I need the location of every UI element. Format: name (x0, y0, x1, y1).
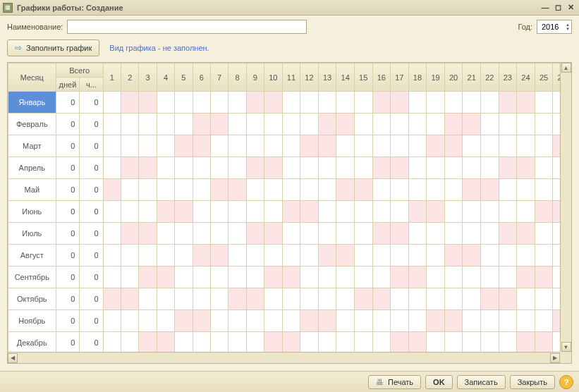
ok-button[interactable]: OK (425, 375, 453, 389)
help-button[interactable]: ? (559, 375, 573, 389)
day-cell[interactable] (246, 179, 264, 201)
day-cell[interactable] (264, 245, 283, 267)
day-cell[interactable] (444, 267, 463, 288)
day-cell[interactable] (175, 135, 193, 157)
day-cell[interactable] (535, 92, 553, 114)
table-row[interactable]: Август00 (8, 245, 571, 267)
day-cell[interactable] (427, 92, 445, 114)
day-cell[interactable] (228, 201, 246, 223)
day-cell[interactable] (193, 223, 210, 245)
day-cell[interactable] (264, 288, 283, 310)
day-cell[interactable] (210, 223, 228, 245)
day-cell[interactable] (139, 310, 157, 332)
day-cell[interactable] (480, 288, 499, 310)
day-cell[interactable] (193, 310, 210, 332)
day-cell[interactable] (408, 223, 427, 245)
day-cell[interactable] (336, 288, 355, 310)
day-cell[interactable] (391, 92, 409, 114)
day-cell[interactable] (139, 201, 157, 223)
day-cell[interactable] (246, 114, 264, 135)
day-cell[interactable] (282, 332, 300, 354)
day-cell[interactable] (300, 179, 319, 201)
day-cell[interactable] (535, 310, 553, 332)
day-cell[interactable] (444, 332, 463, 354)
day-cell[interactable] (157, 245, 174, 267)
day-cell[interactable] (175, 288, 193, 310)
day-cell[interactable] (318, 114, 336, 135)
scroll-down-icon[interactable]: ▼ (561, 342, 571, 352)
day-cell[interactable] (463, 135, 481, 157)
day-cell[interactable] (336, 310, 355, 332)
day-cell[interactable] (427, 114, 445, 135)
day-cell[interactable] (121, 135, 139, 157)
day-cell[interactable] (517, 267, 535, 288)
day-cell[interactable] (391, 267, 409, 288)
table-row[interactable]: Октябрь00 (8, 288, 571, 310)
table-row[interactable]: Май00 (8, 179, 571, 201)
day-cell[interactable] (282, 157, 300, 179)
day-cell[interactable] (103, 332, 121, 354)
day-cell[interactable] (300, 201, 319, 223)
table-row[interactable]: Ноябрь00 (8, 310, 571, 332)
day-cell[interactable] (444, 135, 463, 157)
day-cell[interactable] (499, 114, 517, 135)
close-window-button[interactable]: ✕ (565, 3, 576, 13)
day-cell[interactable] (139, 332, 157, 354)
day-cell[interactable] (175, 332, 193, 354)
day-cell[interactable] (264, 157, 283, 179)
day-cell[interactable] (408, 288, 427, 310)
day-cell[interactable] (300, 332, 319, 354)
day-cell[interactable] (372, 179, 391, 201)
day-cell[interactable] (391, 157, 409, 179)
day-cell[interactable] (391, 223, 409, 245)
day-cell[interactable] (463, 92, 481, 114)
day-cell[interactable] (193, 267, 210, 288)
day-cell[interactable] (139, 157, 157, 179)
day-cell[interactable] (264, 332, 283, 354)
day-cell[interactable] (228, 310, 246, 332)
day-cell[interactable] (535, 245, 553, 267)
day-cell[interactable] (499, 201, 517, 223)
day-cell[interactable] (121, 201, 139, 223)
day-cell[interactable] (535, 135, 553, 157)
close-button[interactable]: Закрыть (510, 375, 555, 389)
day-cell[interactable] (517, 157, 535, 179)
day-cell[interactable] (535, 332, 553, 354)
day-cell[interactable] (193, 332, 210, 354)
day-cell[interactable] (300, 223, 319, 245)
day-cell[interactable] (391, 201, 409, 223)
day-cell[interactable] (246, 332, 264, 354)
day-cell[interactable] (427, 245, 445, 267)
day-cell[interactable] (480, 201, 499, 223)
day-cell[interactable] (517, 201, 535, 223)
day-cell[interactable] (264, 92, 283, 114)
scroll-up-icon[interactable]: ▲ (561, 63, 571, 73)
day-cell[interactable] (427, 332, 445, 354)
day-cell[interactable] (103, 223, 121, 245)
day-cell[interactable] (499, 288, 517, 310)
day-cell[interactable] (282, 245, 300, 267)
day-cell[interactable] (210, 310, 228, 332)
day-cell[interactable] (517, 135, 535, 157)
day-cell[interactable] (139, 223, 157, 245)
day-cell[interactable] (175, 92, 193, 114)
day-cell[interactable] (139, 288, 157, 310)
day-cell[interactable] (408, 310, 427, 332)
day-cell[interactable] (157, 114, 174, 135)
day-cell[interactable] (391, 114, 409, 135)
day-cell[interactable] (463, 288, 481, 310)
day-cell[interactable] (318, 332, 336, 354)
day-cell[interactable] (480, 157, 499, 179)
day-cell[interactable] (318, 245, 336, 267)
day-cell[interactable] (246, 201, 264, 223)
day-cell[interactable] (463, 332, 481, 354)
day-cell[interactable] (336, 332, 355, 354)
day-cell[interactable] (408, 114, 427, 135)
day-cell[interactable] (444, 310, 463, 332)
day-cell[interactable] (193, 157, 210, 179)
day-cell[interactable] (336, 267, 355, 288)
day-cell[interactable] (463, 245, 481, 267)
day-cell[interactable] (246, 288, 264, 310)
day-cell[interactable] (499, 92, 517, 114)
day-cell[interactable] (210, 245, 228, 267)
